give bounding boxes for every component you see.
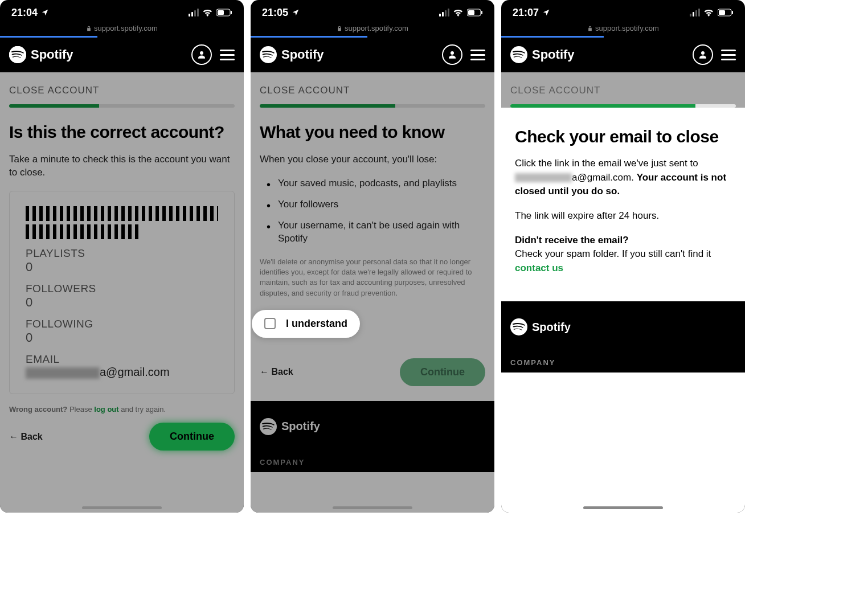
battery-icon bbox=[216, 9, 232, 17]
svg-rect-9 bbox=[481, 11, 482, 14]
url-bar: support.spotify.com bbox=[251, 23, 494, 36]
home-indicator[interactable] bbox=[82, 506, 162, 509]
url-text: support.spotify.com bbox=[94, 24, 158, 32]
page-title: Is this the correct account? bbox=[9, 122, 235, 142]
svg-rect-2 bbox=[231, 11, 232, 14]
footer-column-company[interactable]: COMPANY bbox=[510, 358, 736, 367]
lock-icon bbox=[587, 26, 593, 31]
clock: 21:07 bbox=[513, 7, 539, 19]
list-item: Your username, it can't be used again wi… bbox=[265, 219, 485, 245]
brand-text: Spotify bbox=[281, 47, 324, 62]
app-header: Spotify bbox=[251, 38, 494, 72]
url-text: support.spotify.com bbox=[345, 24, 408, 32]
svg-point-11 bbox=[451, 51, 454, 55]
menu-button[interactable] bbox=[721, 50, 736, 60]
continue-button[interactable]: Continue bbox=[149, 423, 235, 451]
spotify-logo-footer[interactable]: Spotify bbox=[260, 418, 485, 435]
contact-us-link[interactable]: contact us bbox=[515, 263, 563, 273]
email-confirmation-card: Check your email to close Click the link… bbox=[505, 113, 742, 298]
profile-button[interactable] bbox=[693, 44, 713, 65]
spotify-logo[interactable]: Spotify bbox=[9, 46, 73, 63]
url-bar: support.spotify.com bbox=[501, 23, 745, 36]
spotify-logo-footer[interactable]: Spotify bbox=[510, 318, 736, 335]
page-eyebrow: CLOSE ACCOUNT bbox=[260, 85, 485, 96]
clock: 21:05 bbox=[262, 7, 288, 19]
logout-link[interactable]: log out bbox=[94, 405, 118, 414]
app-header: Spotify bbox=[0, 38, 244, 72]
svg-rect-8 bbox=[468, 10, 474, 15]
wifi-icon bbox=[703, 9, 714, 17]
location-icon bbox=[542, 9, 550, 17]
menu-button[interactable] bbox=[470, 50, 485, 60]
lose-list: Your saved music, podcasts, and playlist… bbox=[260, 177, 485, 245]
email-value: a@gmail.com bbox=[26, 366, 218, 379]
wrong-account-hint: Wrong account? Please log out and try ag… bbox=[9, 404, 235, 415]
status-bar: 21:07 bbox=[501, 0, 745, 23]
continue-button[interactable]: Continue bbox=[400, 358, 485, 386]
svg-rect-14 bbox=[719, 10, 725, 15]
svg-point-16 bbox=[510, 46, 527, 63]
back-link[interactable]: Back bbox=[260, 367, 293, 377]
account-card: PLAYLISTS 0 FOLLOWERS 0 FOLLOWING 0 EMAI… bbox=[9, 191, 235, 394]
followers-label: FOLLOWERS bbox=[26, 283, 218, 295]
cellular-icon bbox=[439, 9, 449, 17]
list-item: Your followers bbox=[265, 198, 485, 211]
svg-point-12 bbox=[260, 418, 277, 435]
understand-label: I understand bbox=[286, 318, 347, 330]
phone-screen-3: 21:07 support.spotify.com Spotify CL bbox=[501, 0, 745, 513]
battery-icon bbox=[467, 9, 483, 17]
user-icon bbox=[447, 50, 457, 60]
page-lead: When you close your account, you'll lose… bbox=[260, 153, 485, 166]
user-icon bbox=[196, 50, 207, 60]
email-label: EMAIL bbox=[26, 353, 218, 366]
url-text: support.spotify.com bbox=[595, 24, 659, 32]
spam-hint: Didn't receive the email? Check your spa… bbox=[515, 234, 731, 276]
svg-point-6 bbox=[200, 51, 203, 55]
spotify-logo[interactable]: Spotify bbox=[260, 46, 324, 63]
profile-button[interactable] bbox=[191, 44, 212, 65]
back-link[interactable]: Back bbox=[9, 432, 43, 442]
cellular-icon bbox=[189, 9, 199, 17]
brand-text: Spotify bbox=[31, 47, 73, 62]
main-content: CLOSE ACCOUNT Check your email to close … bbox=[501, 72, 745, 513]
following-value: 0 bbox=[26, 330, 218, 345]
svg-rect-1 bbox=[218, 10, 224, 15]
main-content: CLOSE ACCOUNT Is this the correct accoun… bbox=[0, 72, 244, 513]
app-header: Spotify bbox=[501, 38, 745, 72]
location-icon bbox=[292, 9, 300, 17]
list-item: Your saved music, podcasts, and playlist… bbox=[265, 177, 485, 190]
svg-rect-15 bbox=[732, 11, 733, 14]
cellular-icon bbox=[690, 9, 700, 17]
lock-icon bbox=[337, 26, 342, 31]
status-bar: 21:05 bbox=[251, 0, 494, 23]
home-indicator[interactable] bbox=[583, 506, 663, 509]
page-title: What you need to know bbox=[260, 122, 485, 142]
understand-checkbox[interactable]: I understand bbox=[252, 310, 360, 338]
page-eyebrow: CLOSE ACCOUNT bbox=[510, 85, 736, 96]
spotify-logo[interactable]: Spotify bbox=[510, 46, 575, 63]
profile-button[interactable] bbox=[442, 44, 462, 65]
wifi-icon bbox=[202, 9, 213, 17]
battery-icon bbox=[718, 9, 734, 17]
phone-screen-1: 21:04 support.spotify.com Spotify CLOSE … bbox=[0, 0, 244, 513]
page-eyebrow: CLOSE ACCOUNT bbox=[9, 85, 235, 96]
playlists-value: 0 bbox=[26, 260, 218, 275]
home-indicator[interactable] bbox=[333, 506, 412, 509]
email-sent-text: Click the link in the email we've just s… bbox=[515, 157, 731, 199]
lock-icon bbox=[86, 26, 92, 31]
legal-text: We'll delete or anonymise your personal … bbox=[260, 257, 485, 298]
url-bar: support.spotify.com bbox=[0, 23, 244, 36]
phone-screen-2: 21:05 support.spotify.com Spotify CLOSE … bbox=[251, 0, 494, 513]
footer-column-company[interactable]: COMPANY bbox=[260, 458, 485, 466]
brand-text: Spotify bbox=[532, 47, 575, 62]
page-title: Check your email to close bbox=[515, 127, 731, 146]
footer: Spotify COMPANY bbox=[251, 401, 494, 472]
location-icon bbox=[41, 9, 49, 17]
playlists-label: PLAYLISTS bbox=[26, 247, 218, 260]
menu-button[interactable] bbox=[220, 50, 235, 60]
svg-point-17 bbox=[701, 51, 705, 55]
redacted-line bbox=[26, 224, 141, 239]
followers-value: 0 bbox=[26, 295, 218, 310]
user-icon bbox=[698, 50, 708, 60]
expiry-text: The link will expire after 24 hours. bbox=[515, 209, 731, 223]
